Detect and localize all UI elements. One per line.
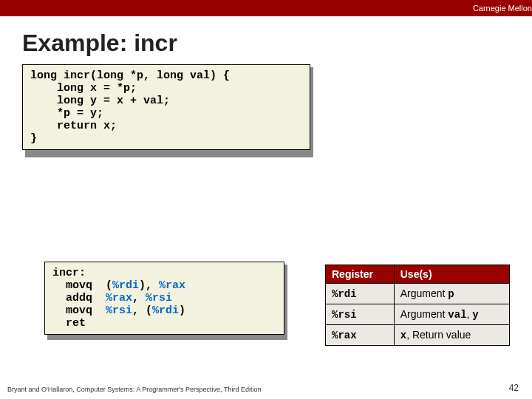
topbar: Carnegie Mellon [0,0,532,16]
table-header-row: Register Use(s) [326,265,510,284]
table-row: %rax x, Return value [326,325,510,346]
register-table: Register Use(s) %rdi Argument p %rsi Arg… [325,265,510,346]
table-row: %rsi Argument val, y [326,304,510,325]
footer-citation: Bryant and O'Hallaron, Computer Systems:… [7,386,261,393]
page-title: Example: incr [0,16,532,64]
c-code: long incr(long *p, long val) { long x = … [22,64,310,150]
c-code-box: long incr(long *p, long val) { long x = … [22,64,310,150]
asm-code-box: incr: movq (%rdi), %rax addq %rax, %rsi … [44,262,284,335]
page-number: 42 [509,383,519,393]
asm-code: incr: movq (%rdi), %rax addq %rax, %rsi … [44,262,284,335]
col-register: Register [326,265,395,284]
col-uses: Use(s) [394,265,509,284]
table-row: %rdi Argument p [326,284,510,304]
